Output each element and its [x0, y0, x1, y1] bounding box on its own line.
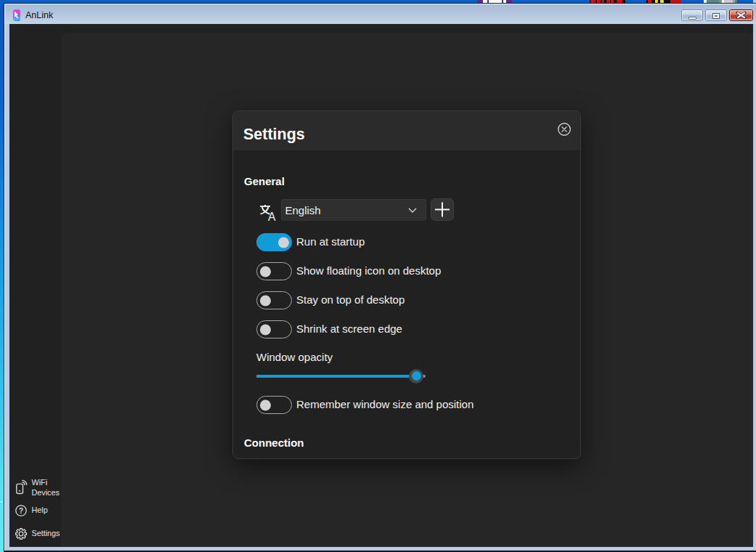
svg-text:A: A — [268, 211, 276, 221]
svg-text:?: ? — [18, 506, 23, 515]
